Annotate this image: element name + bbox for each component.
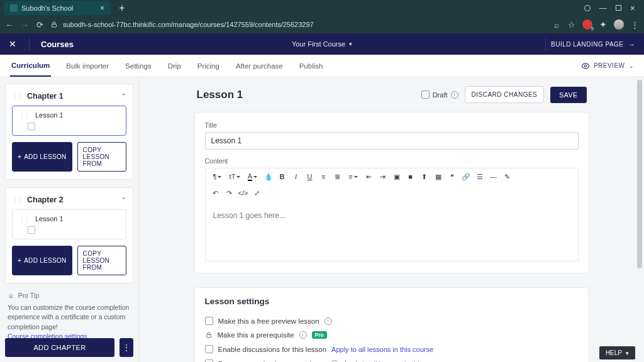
checkbox[interactable] <box>205 359 213 362</box>
close-window-icon[interactable]: × <box>630 3 635 13</box>
extension-abp-icon[interactable] <box>582 19 592 30</box>
divider <box>545 38 546 50</box>
lesson-item[interactable]: ⋮⋮ Lesson 1 <box>12 106 126 136</box>
underline-icon[interactable]: U <box>304 171 316 182</box>
add-lesson-button[interactable]: +ADD LESSON <box>12 142 72 172</box>
info-icon[interactable]: i <box>299 331 307 339</box>
copy-lesson-button[interactable]: COPY LESSON FROM <box>77 142 126 172</box>
chapter-title[interactable]: Chapter 2 <box>27 195 116 204</box>
tab-settings[interactable]: Settings <box>124 56 153 76</box>
lesson-editor-section: Title Content ¶ tT A 💧 B I U ≡ ≣ ≡ ⇤ ⇥ ▣ <box>194 112 589 273</box>
copy-lesson-button[interactable]: COPY LESSON FROM <box>77 246 126 275</box>
preview-button[interactable]: PREVIEW ⌄ <box>581 62 634 70</box>
address-bar[interactable]: subodh-s-school-77bc.thinkific.com/manag… <box>50 21 546 28</box>
redo-icon[interactable]: ↷ <box>223 187 236 199</box>
scroll-thumb[interactable] <box>637 80 642 268</box>
save-button[interactable]: SAVE <box>550 87 586 103</box>
undo-icon[interactable]: ↶ <box>209 187 222 199</box>
close-editor-icon[interactable]: ✕ <box>9 39 18 49</box>
info-icon[interactable]: i <box>325 317 332 325</box>
svg-rect-2 <box>206 335 211 338</box>
apply-all-link[interactable]: Apply to all lessons in this course <box>343 360 445 363</box>
extensions-icon[interactable]: ✦ <box>599 19 608 30</box>
preview-label: PREVIEW <box>594 62 625 69</box>
tab-drip[interactable]: Drip <box>167 56 182 76</box>
tab-title: Subodh's School <box>21 4 73 12</box>
chapter-title[interactable]: Chapter 1 <box>27 92 116 101</box>
ordered-list-icon[interactable]: ≡ <box>318 171 330 182</box>
discard-changes-button[interactable]: DISCARD CHANGES <box>465 86 545 103</box>
add-lesson-button[interactable]: +ADD LESSON <box>12 246 72 275</box>
checkbox[interactable] <box>205 317 213 325</box>
font-size-icon[interactable]: tT <box>227 171 243 182</box>
draft-toggle[interactable]: Draft i <box>421 90 458 99</box>
tab-curriculum[interactable]: Curriculum <box>10 55 51 77</box>
align-icon[interactable]: ≡ <box>345 171 362 182</box>
build-landing-page-button[interactable]: BUILD LANDING PAGE <box>551 41 624 48</box>
browser-tab[interactable]: Subodh's School × <box>4 1 111 15</box>
chapter-more-button[interactable]: ⋮ <box>119 338 133 357</box>
upload-icon[interactable]: ⬆ <box>418 171 431 182</box>
drag-handle-icon[interactable]: ⋮⋮ <box>19 112 29 119</box>
bold-icon[interactable]: B <box>276 171 289 182</box>
code-view-icon[interactable]: </> <box>237 187 250 199</box>
tab-after-purchase[interactable]: After purchase <box>235 56 284 76</box>
highlight-icon[interactable]: 💧 <box>262 171 275 182</box>
chevron-up-icon[interactable]: ⌃ <box>121 92 126 101</box>
back-icon[interactable]: ← <box>5 20 14 30</box>
title-input[interactable] <box>205 132 579 150</box>
close-tab-icon[interactable]: × <box>100 4 104 13</box>
text-color-icon[interactable]: A <box>245 171 261 182</box>
drag-handle-icon[interactable]: ⋮⋮ <box>12 93 22 100</box>
drag-handle-icon[interactable]: ⋮⋮ <box>19 216 29 222</box>
star-icon[interactable]: ☆ <box>567 20 576 30</box>
image-icon[interactable]: ▣ <box>391 171 403 182</box>
new-tab-button[interactable]: + <box>116 2 128 14</box>
profile-avatar[interactable] <box>614 19 624 30</box>
protip-label: Pro Tip <box>18 291 39 300</box>
account-indicator-icon[interactable] <box>584 5 591 11</box>
indent-icon[interactable]: ⇥ <box>377 171 389 182</box>
lesson-type-icon <box>28 226 35 234</box>
tab-bulk-importer[interactable]: Bulk importer <box>65 56 110 76</box>
svg-rect-0 <box>52 25 57 28</box>
chevron-up-icon[interactable]: ⌃ <box>121 196 126 204</box>
info-icon[interactable]: i <box>451 91 458 99</box>
eye-icon <box>581 62 590 70</box>
apply-all-link[interactable]: Apply to all lessons in this course <box>331 346 433 353</box>
minimize-icon[interactable]: — <box>599 4 607 13</box>
drag-handle-icon[interactable]: ⋮⋮ <box>12 197 22 204</box>
info-icon[interactable]: i <box>331 360 338 363</box>
quote-icon[interactable]: ❝ <box>446 171 458 182</box>
clear-format-icon[interactable]: ✎ <box>501 171 514 182</box>
checkbox[interactable] <box>205 345 213 353</box>
content-editor[interactable]: Lesson 1 goes here... <box>205 201 579 261</box>
checkbox[interactable] <box>421 90 430 99</box>
search-icon[interactable]: ⌕ <box>552 20 561 30</box>
reload-icon[interactable]: ⟳ <box>35 20 44 30</box>
outdent-icon[interactable]: ⇤ <box>363 171 375 182</box>
link-icon[interactable]: 🔗 <box>460 171 472 182</box>
content-label: Content <box>205 157 579 165</box>
unordered-list-icon[interactable]: ≣ <box>331 171 344 182</box>
scrollbar[interactable] <box>636 77 643 362</box>
add-chapter-button[interactable]: ADD CHAPTER <box>5 338 114 357</box>
tab-publish[interactable]: Publish <box>298 56 325 76</box>
maximize-icon[interactable] <box>616 5 621 11</box>
tab-pricing[interactable]: Pricing <box>196 56 221 76</box>
video-icon[interactable]: ■ <box>404 171 417 182</box>
paragraph-format-icon[interactable]: ¶ <box>209 171 226 182</box>
line-icon[interactable]: — <box>487 171 500 182</box>
course-selector[interactable]: Your First Course ▾ <box>292 40 352 48</box>
table-icon[interactable]: ▦ <box>432 171 445 182</box>
menu-icon[interactable]: ⋮ <box>630 20 639 30</box>
chevron-down-icon: ▾ <box>349 41 352 47</box>
hr-icon[interactable]: ☰ <box>474 171 486 182</box>
help-button[interactable]: HELP ▾ <box>599 346 635 359</box>
italic-icon[interactable]: I <box>290 171 303 182</box>
lightbulb-icon: ☺ <box>8 291 14 300</box>
lesson-item[interactable]: ⋮⋮ Lesson 1 <box>12 209 126 239</box>
fullscreen-icon[interactable]: ⤢ <box>251 187 264 199</box>
lock-icon <box>205 331 213 339</box>
settings-heading: Lesson settings <box>205 297 579 306</box>
